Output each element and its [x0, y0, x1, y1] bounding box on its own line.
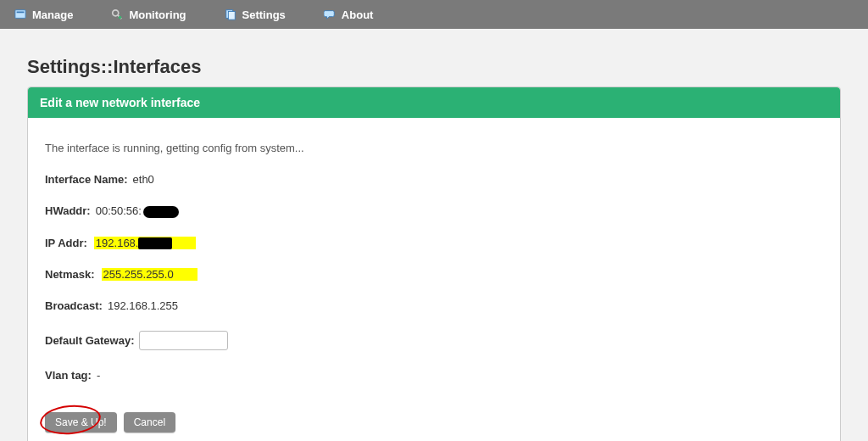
broadcast-label: Broadcast: [45, 299, 103, 312]
hwaddr-label: HWaddr: [45, 204, 91, 217]
interface-name-label: Interface Name: [45, 173, 128, 186]
row-interface-name: Interface Name: eth0 [45, 173, 823, 186]
panel-body: The interface is running, getting config… [28, 118, 840, 441]
nav-about[interactable]: About [316, 4, 381, 25]
nav-settings[interactable]: Settings [217, 4, 292, 25]
cancel-button[interactable]: Cancel [124, 412, 175, 433]
svg-point-4 [119, 16, 122, 20]
interface-name-value: eth0 [133, 173, 154, 186]
row-netmask: Netmask: 255.255.255.0 [45, 268, 823, 281]
page-title: Settings::Interfaces [27, 56, 841, 78]
monitoring-icon [110, 8, 124, 21]
svg-rect-1 [17, 12, 25, 14]
svg-rect-0 [15, 10, 25, 19]
gateway-label: Default Gateway: [45, 334, 134, 347]
hwaddr-prefix: 00:50:56: [96, 204, 142, 217]
about-icon [323, 8, 337, 21]
settings-icon [224, 8, 237, 21]
row-ipaddr: IP Addr: 192.168. [45, 237, 823, 250]
top-navbar: Manage Monitoring Settings About [0, 0, 868, 29]
status-message: The interface is running, getting config… [45, 142, 823, 154]
gateway-input[interactable] [139, 331, 228, 350]
nav-manage-label: Manage [32, 8, 73, 21]
svg-point-2 [113, 10, 119, 16]
nav-monitoring[interactable]: Monitoring [103, 4, 192, 25]
row-hwaddr: HWaddr: 00:50:56: [45, 204, 823, 218]
button-row: Save & Up! Cancel [45, 412, 823, 433]
vlan-label: Vlan tag: [45, 369, 92, 382]
manage-icon [14, 8, 27, 21]
interface-edit-panel: Edit a new network interface The interfa… [27, 87, 841, 441]
row-vlan: Vlan tag: - [45, 369, 823, 382]
row-broadcast: Broadcast: 192.168.1.255 [45, 299, 823, 312]
vlan-value: - [97, 369, 100, 382]
row-gateway: Default Gateway: [45, 331, 823, 350]
ipaddr-label: IP Addr: [45, 237, 87, 249]
save-up-button[interactable]: Save & Up! [45, 412, 117, 433]
ipaddr-prefix: 192.168. [96, 237, 139, 249]
hwaddr-value: 00:50:56: [96, 204, 179, 218]
netmask-label: Netmask: [45, 268, 95, 281]
hwaddr-redacted-icon [143, 206, 179, 218]
panel-header: Edit a new network interface [28, 87, 840, 118]
ipaddr-redacted-icon [138, 237, 172, 249]
nav-manage[interactable]: Manage [7, 4, 80, 25]
netmask-value: 255.255.255.0 [102, 268, 198, 281]
nav-monitoring-label: Monitoring [129, 8, 186, 21]
ipaddr-value: 192.168. [94, 237, 197, 250]
svg-rect-6 [228, 12, 235, 20]
broadcast-value: 192.168.1.255 [108, 299, 178, 312]
nav-about-label: About [342, 8, 374, 21]
nav-settings-label: Settings [242, 8, 286, 21]
